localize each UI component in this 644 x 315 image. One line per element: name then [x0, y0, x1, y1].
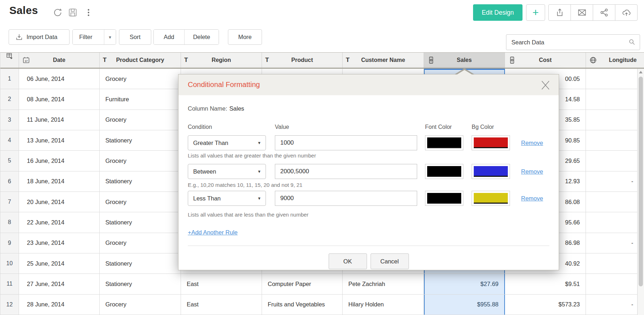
cell-category[interactable]: Stationery	[100, 130, 181, 150]
cell-product[interactable]: Fruits and Vegetables	[262, 295, 343, 315]
condition-select[interactable]: Between ▼	[188, 164, 266, 179]
cell-longitude[interactable]	[586, 130, 644, 150]
filter-dropdown-button[interactable]: ▼	[104, 30, 116, 44]
email-button[interactable]	[571, 4, 593, 21]
condition-select[interactable]: Greater Than ▼	[188, 135, 266, 150]
cell-date[interactable]: 11 June, 2014	[19, 110, 100, 130]
cell-longitude[interactable]: -	[586, 295, 644, 315]
cancel-button[interactable]: Cancel	[371, 253, 409, 269]
cell-longitude[interactable]	[586, 69, 644, 89]
cell-category[interactable]: Stationery	[100, 212, 181, 232]
cell-date[interactable]: 25 June, 2014	[19, 253, 100, 273]
condition-select[interactable]: Less Than ▼	[188, 191, 266, 206]
bg-color-swatch[interactable]	[472, 164, 510, 179]
ok-button[interactable]: OK	[329, 253, 367, 269]
cell-date[interactable]: 16 June, 2014	[19, 151, 100, 171]
cell-num[interactable]: 12	[0, 295, 19, 315]
column-header-longitude[interactable]: Longitude	[586, 53, 644, 68]
cell-sales[interactable]: $27.69	[424, 274, 505, 294]
font-color-swatch[interactable]	[425, 191, 463, 206]
cell-category[interactable]: Grocery	[100, 295, 181, 315]
value-input[interactable]	[275, 164, 417, 179]
add-another-rule-link[interactable]: +Add Another Rule	[188, 229, 238, 236]
value-input[interactable]	[275, 191, 417, 206]
cell-num[interactable]: 8	[0, 212, 19, 232]
cell-date[interactable]: 28 June, 2014	[19, 295, 100, 315]
cell-longitude[interactable]: -	[586, 233, 644, 253]
cell-num[interactable]: 3	[0, 110, 19, 130]
column-header-region[interactable]: T Region	[181, 53, 262, 68]
cell-cost[interactable]: $9.51	[505, 274, 586, 294]
more-button[interactable]: More	[228, 29, 262, 45]
cell-longitude[interactable]: -	[586, 171, 644, 192]
cell-sales[interactable]: $955.88	[424, 295, 505, 315]
vertical-scrollbar[interactable]	[637, 69, 644, 315]
cell-cost[interactable]: $573.23	[505, 295, 586, 315]
cell-customer[interactable]: Hilary Holden	[343, 295, 424, 315]
close-button[interactable]	[541, 80, 552, 91]
cell-num[interactable]: 9	[0, 233, 19, 253]
cell-longitude[interactable]	[586, 212, 644, 232]
cell-customer[interactable]: Pete Zachriah	[343, 274, 424, 294]
cell-category[interactable]: Grocery	[100, 110, 181, 130]
scroll-up-arrow-icon[interactable]	[639, 71, 643, 73]
cell-category[interactable]: Stationery	[100, 253, 181, 273]
cell-num[interactable]: 2	[0, 89, 19, 109]
more-options-button[interactable]	[84, 7, 95, 18]
edit-design-button[interactable]: Edit Design	[473, 4, 523, 21]
cell-num[interactable]: 6	[0, 171, 19, 192]
font-color-swatch[interactable]	[425, 135, 463, 150]
publish-button[interactable]	[615, 4, 638, 21]
sort-button[interactable]: Sort	[119, 29, 151, 45]
cell-num[interactable]: 4	[0, 130, 19, 150]
cell-longitude[interactable]	[586, 253, 644, 273]
cell-date[interactable]: 27 June, 2014	[19, 274, 100, 294]
column-header-sales[interactable]: Sales	[424, 53, 505, 68]
cell-category[interactable]: Grocery	[100, 192, 181, 212]
cell-date[interactable]: 20 June, 2014	[19, 192, 100, 212]
cell-date[interactable]: 18 June, 2014	[19, 171, 100, 192]
cell-date[interactable]: 23 June, 2014	[19, 233, 100, 253]
cell-num[interactable]: 7	[0, 192, 19, 212]
cell-category[interactable]: Grocery	[100, 151, 181, 171]
scrollbar-thumb[interactable]	[639, 77, 643, 286]
cell-longitude[interactable]	[586, 89, 644, 109]
delete-button[interactable]: Delete	[184, 30, 219, 44]
column-header-product-category[interactable]: T Product Category	[100, 53, 181, 68]
cell-region[interactable]: East	[181, 274, 262, 294]
column-header-select-all[interactable]	[0, 53, 19, 68]
cell-date[interactable]: 22 June, 2014	[19, 212, 100, 232]
cell-num[interactable]: 5	[0, 151, 19, 171]
cell-category[interactable]: Grocery	[100, 69, 181, 89]
save-button[interactable]	[68, 7, 79, 18]
cell-category[interactable]: Furniture	[100, 89, 181, 109]
cell-longitude[interactable]	[586, 151, 644, 171]
column-header-cost[interactable]: Cost	[505, 53, 586, 68]
cell-product[interactable]: Computer Paper	[262, 274, 343, 294]
add-button[interactable]: Add	[154, 30, 184, 44]
cell-num[interactable]: 1	[0, 69, 19, 89]
bg-color-swatch[interactable]	[472, 191, 510, 206]
cell-longitude[interactable]	[586, 192, 644, 212]
cell-category[interactable]: Stationery	[100, 274, 181, 294]
column-header-customer-name[interactable]: T Customer Name	[343, 53, 424, 68]
search-input[interactable]	[506, 34, 640, 50]
cell-date[interactable]: 06 June, 2014	[19, 69, 100, 89]
column-header-product[interactable]: T Product	[262, 53, 343, 68]
cell-longitude[interactable]	[586, 274, 644, 294]
export-button[interactable]	[548, 4, 571, 21]
value-input[interactable]	[275, 135, 417, 150]
remove-rule-link[interactable]: Remove	[521, 164, 543, 179]
font-color-swatch[interactable]	[425, 164, 463, 179]
cell-num[interactable]: 10	[0, 253, 19, 273]
cell-longitude[interactable]	[586, 110, 644, 130]
refresh-button[interactable]	[53, 7, 64, 18]
remove-rule-link[interactable]: Remove	[521, 135, 543, 150]
add-new-button[interactable]: +	[526, 4, 545, 21]
import-data-button[interactable]: Import Data	[9, 29, 70, 45]
remove-rule-link[interactable]: Remove	[521, 191, 543, 206]
cell-region[interactable]: East	[181, 295, 262, 315]
cell-num[interactable]: 11	[0, 274, 19, 294]
filter-button[interactable]: Filter	[73, 30, 104, 44]
cell-category[interactable]: Stationery	[100, 171, 181, 192]
